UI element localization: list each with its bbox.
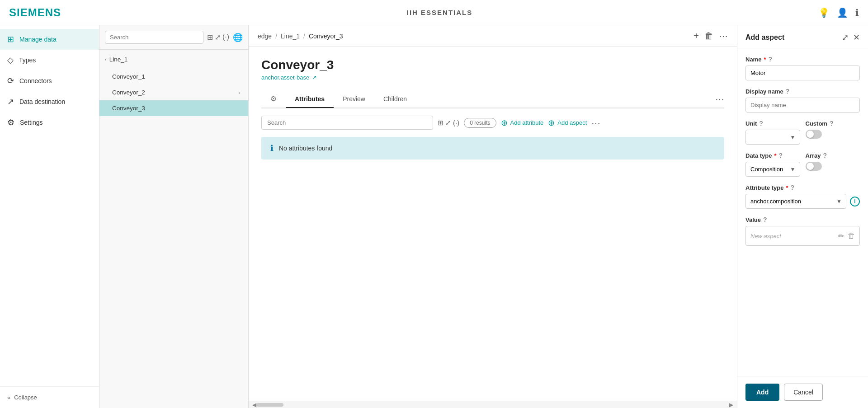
value-delete-icon[interactable]: 🗑 — [848, 232, 855, 240]
tab-gear[interactable]: ⚙ — [261, 90, 286, 108]
sidebar-item-manage-data[interactable]: ⊞ Manage data — [0, 29, 99, 50]
breadcrumb-bar: edge / Line_1 / Conveyor_3 + 🗑 ⋯ — [249, 25, 737, 47]
tab-preview-label: Preview — [343, 95, 365, 103]
array-toggle[interactable] — [806, 162, 822, 171]
content-area: edge / Line_1 / Conveyor_3 + 🗑 ⋯ Conveyo… — [249, 25, 737, 408]
custom-help-icon[interactable]: ? — [830, 120, 834, 127]
tab-attributes[interactable]: Attributes — [286, 91, 334, 108]
sidebar-item-data-destination[interactable]: ↗ Data destination — [0, 91, 99, 112]
tab-children[interactable]: Children — [374, 91, 416, 108]
name-input[interactable] — [745, 66, 860, 80]
add-icon[interactable]: + — [693, 31, 699, 41]
tabs-bar: ⚙ Attributes Preview Children ⋯ — [261, 90, 724, 108]
data-type-help-icon[interactable]: ? — [779, 152, 783, 159]
tree-item-conveyor3[interactable]: Conveyor_3 — [99, 100, 248, 116]
array-help-icon[interactable]: ? — [823, 152, 827, 159]
info-icon[interactable]: ℹ — [855, 7, 859, 18]
value-edit-icon[interactable]: ✏ — [838, 232, 844, 240]
custom-label: Custom ? — [806, 120, 860, 127]
expand-icon[interactable]: ⤢ — [215, 33, 221, 42]
sidebar-item-settings[interactable]: ⚙ Settings — [0, 112, 99, 133]
tree-item-line1[interactable]: ‹ Line_1 ⊕ — [99, 50, 248, 69]
attr-search-bar: ⊞ ⤢ (·) 0 results ⊕ Add attribute ⊕ Add … — [261, 116, 724, 130]
tree-item-label-line1: Line_1 — [109, 56, 236, 63]
add-attr-plus-icon: ⊕ — [501, 118, 508, 128]
delete-icon[interactable]: 🗑 — [704, 31, 713, 41]
attr-table-icon[interactable]: ⊞ — [438, 119, 443, 127]
tab-preview[interactable]: Preview — [334, 91, 374, 108]
right-panel-header-icons: ⤢ ✕ — [842, 33, 860, 42]
asset-title: Conveyor_3 — [261, 58, 724, 72]
name-help-icon[interactable]: ? — [768, 56, 772, 63]
display-name-help-icon[interactable]: ? — [786, 88, 790, 95]
tree-item-label-conveyor1: Conveyor_1 — [112, 73, 243, 80]
sidebar-item-connectors[interactable]: ⟳ Connectors — [0, 70, 99, 91]
collapse-label: Collapse — [14, 394, 37, 401]
tab-more-icon: ⋯ — [715, 94, 724, 104]
add-attribute-label: Add attribute — [510, 119, 544, 126]
unit-select[interactable] — [745, 130, 800, 145]
tab-more[interactable]: ⋯ — [715, 94, 724, 104]
sidebar-item-label-connectors: Connectors — [19, 77, 52, 84]
data-destination-icon: ↗ — [7, 97, 14, 107]
globe-icon[interactable]: 🌐 — [233, 33, 243, 42]
horizontal-scrollbar[interactable]: ◀ ▶ — [249, 401, 737, 408]
table-icon[interactable]: ⊞ — [207, 33, 213, 42]
attr-expand-icon[interactable]: ⤢ — [445, 119, 451, 127]
sidebar: ⊞ Manage data ◇ Types ⟳ Connectors ↗ Dat… — [0, 25, 99, 408]
data-type-required: * — [774, 152, 777, 159]
attr-bar-more-icon[interactable]: ⋯ — [591, 117, 600, 128]
sidebar-item-types[interactable]: ◇ Types — [0, 50, 99, 70]
add-aspect-panel: Add aspect ⤢ ✕ Name * ? Display name — [737, 25, 868, 408]
unit-col: Unit ? ▼ — [745, 120, 800, 145]
tree-item-conveyor2[interactable]: Conveyor_2 › — [99, 84, 248, 100]
more-icon[interactable]: ⋯ — [719, 31, 728, 42]
add-aspect-panel-header: Add aspect ⤢ ✕ — [737, 25, 868, 48]
attr-type-help-icon[interactable]: ? — [791, 184, 795, 191]
attr-type-select[interactable]: anchor.composition — [745, 194, 846, 209]
add-aspect-button[interactable]: ⊕ Add aspect — [548, 118, 587, 128]
scroll-handle[interactable] — [256, 403, 283, 407]
close-panel-icon[interactable]: ✕ — [853, 33, 860, 42]
scroll-left-icon[interactable]: ◀ — [252, 402, 256, 408]
custom-toggle[interactable] — [806, 130, 822, 139]
attr-search-actions: ⊞ ⤢ (·) — [438, 119, 459, 127]
unit-custom-row: Unit ? ▼ Custom ? — [745, 120, 860, 145]
unit-help-icon[interactable]: ? — [759, 120, 763, 127]
sidebar-item-label-manage-data: Manage data — [19, 36, 57, 43]
value-placeholder-text: New aspect — [750, 233, 781, 239]
filter-icon[interactable]: (·) — [222, 33, 229, 42]
manage-data-icon: ⊞ — [7, 34, 14, 44]
add-button[interactable]: Add — [745, 384, 779, 401]
bulb-icon[interactable]: 💡 — [818, 7, 830, 18]
attr-type-row: anchor.composition ▼ i — [745, 194, 860, 209]
display-name-input[interactable] — [745, 98, 860, 113]
datatype-array-row: Data type * ? Composition ▼ Array ? — [745, 152, 860, 177]
array-col: Array ? — [806, 152, 860, 177]
collapse-chevron-icon: « — [7, 394, 10, 401]
attr-filter-icon[interactable]: (·) — [453, 119, 459, 127]
results-badge: 0 results — [464, 118, 496, 128]
add-attribute-button[interactable]: ⊕ Add attribute — [501, 118, 544, 128]
value-help-icon[interactable]: ? — [763, 216, 767, 223]
main-layout: ⊞ Manage data ◇ Types ⟳ Connectors ↗ Dat… — [0, 25, 868, 408]
person-icon[interactable]: 👤 — [837, 7, 848, 18]
attribute-type-field: Attribute type * ? anchor.composition ▼ … — [745, 184, 860, 209]
breadcrumb-edge[interactable]: edge — [258, 33, 272, 40]
breadcrumb-line1[interactable]: Line_1 — [281, 33, 300, 40]
siemens-logo: SIEMENS — [9, 6, 61, 19]
expand-panel-icon[interactable]: ⤢ — [842, 33, 849, 42]
attr-search-input[interactable] — [261, 116, 433, 130]
tree-item-conveyor1[interactable]: Conveyor_1 — [99, 69, 248, 84]
scroll-right-icon[interactable]: ▶ — [729, 402, 733, 408]
attr-type-info-icon[interactable]: i — [850, 197, 860, 206]
tree-panel: ⊞ ⤢ (·) 🌐 ‹ Line_1 ⊕ Conveyor_1 Conveyor… — [99, 25, 249, 408]
asset-subtitle-arrow[interactable]: ↗ — [312, 74, 317, 81]
data-type-select[interactable]: Composition — [745, 162, 800, 177]
attr-type-select-wrapper: anchor.composition ▼ — [745, 194, 846, 209]
tree-search-input[interactable] — [105, 31, 203, 44]
cancel-button[interactable]: Cancel — [784, 384, 823, 401]
asset-subtitle: anchor.asset-base ↗ — [261, 74, 724, 81]
sidebar-collapse[interactable]: « Collapse — [0, 386, 99, 408]
custom-toggle-track — [806, 130, 822, 139]
